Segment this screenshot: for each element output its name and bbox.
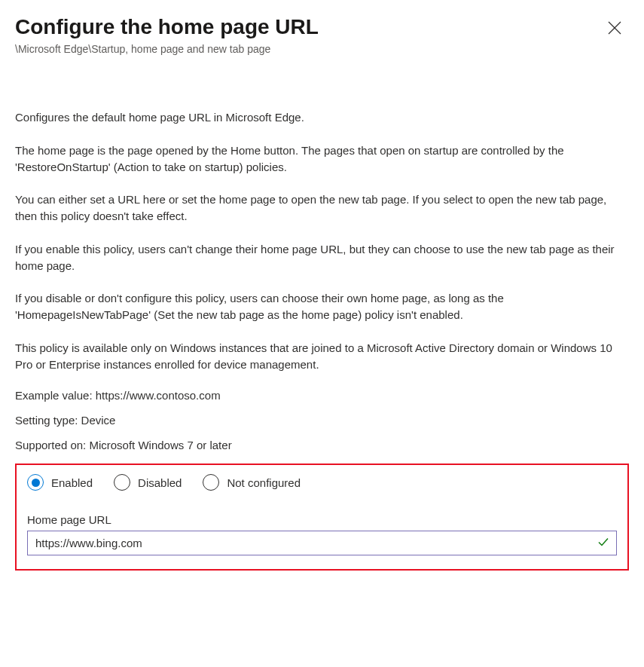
policy-description: Configures the default home page URL in … (15, 109, 629, 372)
close-button[interactable] (603, 17, 626, 41)
description-paragraph: If you disable or don't configure this p… (15, 290, 629, 323)
policy-state-radio-group: Enabled Disabled Not configured (27, 474, 617, 491)
description-paragraph: If you enable this policy, users can't c… (15, 241, 629, 274)
description-paragraph: You can either set a URL here or set the… (15, 191, 629, 225)
configuration-panel: Enabled Disabled Not configured Home pag… (15, 464, 629, 571)
radio-label: Not configured (227, 476, 301, 489)
home-page-url-label: Home page URL (27, 513, 617, 526)
radio-enabled[interactable]: Enabled (27, 474, 93, 491)
radio-icon (27, 474, 44, 491)
radio-label: Disabled (138, 476, 182, 489)
description-paragraph: Configures the default home page URL in … (15, 109, 629, 126)
supported-on: Supported on: Microsoft Windows 7 or lat… (15, 439, 629, 451)
description-paragraph: The home page is the page opened by the … (15, 142, 629, 176)
example-value: Example value: https://www.contoso.com (15, 389, 629, 402)
breadcrumb: \Microsoft Edge\Startup, home page and n… (15, 43, 629, 55)
setting-type: Setting type: Device (15, 414, 629, 427)
radio-icon (114, 474, 130, 491)
page-title: Configure the home page URL (15, 14, 319, 40)
home-page-url-input[interactable] (27, 531, 617, 555)
radio-disabled[interactable]: Disabled (114, 474, 182, 491)
description-paragraph: This policy is available only on Windows… (15, 340, 629, 373)
radio-icon (203, 474, 219, 491)
close-icon (608, 26, 621, 37)
radio-not-configured[interactable]: Not configured (203, 474, 301, 491)
radio-label: Enabled (51, 476, 93, 489)
